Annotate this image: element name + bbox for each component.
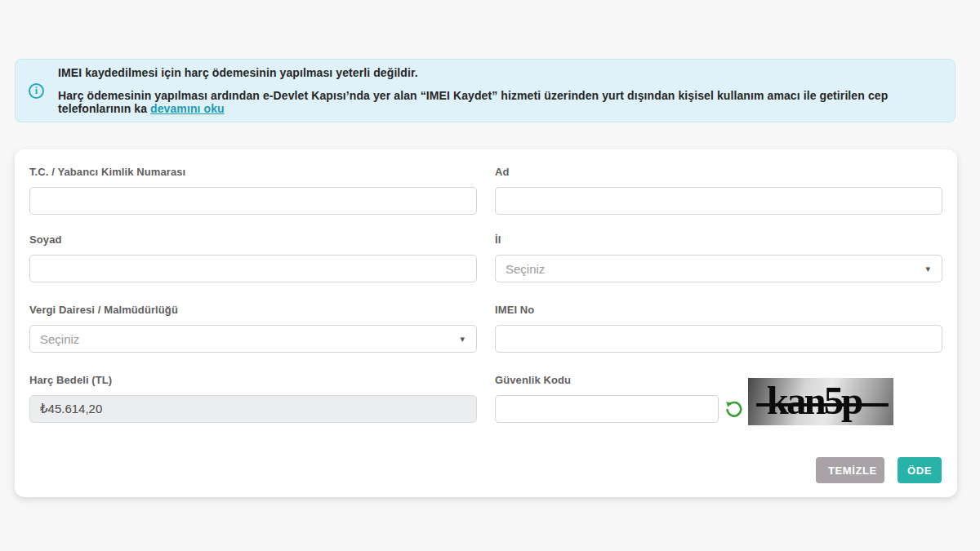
vergi-dairesi-select-placeholder: Seçiniz xyxy=(40,332,79,346)
guvenlik-kodu-label: Güvenlik Kodu xyxy=(495,374,719,386)
chevron-down-icon xyxy=(460,335,465,344)
field-harc-bedeli: Harç Bedeli (TL) xyxy=(29,374,477,423)
harc-bedeli-label: Harç Bedeli (TL) xyxy=(29,374,477,386)
field-il: İl Seçiniz xyxy=(495,233,942,282)
refresh-icon xyxy=(724,400,743,420)
info-icon xyxy=(29,83,44,99)
field-tc-kimlik: T.C. / Yabancı Kimlik Numarası xyxy=(29,166,477,215)
ad-label: Ad xyxy=(495,166,942,178)
vergi-dairesi-select[interactable]: Seçiniz xyxy=(29,325,477,353)
ad-input[interactable] xyxy=(495,187,942,215)
imei-no-label: IMEI No xyxy=(495,304,942,316)
payment-form-card: T.C. / Yabancı Kimlik Numarası Ad Soyad … xyxy=(15,149,957,497)
tc-kimlik-label: T.C. / Yabancı Kimlik Numarası xyxy=(29,166,477,178)
harc-bedeli-value xyxy=(29,395,477,423)
alert-line-1: IMEI kaydedilmesi için harç ödemesinin y… xyxy=(58,66,942,79)
field-vergi-dairesi: Vergi Dairesi / Malmüdürlüğü Seçiniz xyxy=(29,304,477,353)
ode-button[interactable]: ÖDE xyxy=(898,457,942,483)
soyad-label: Soyad xyxy=(29,233,477,246)
captcha-text: kan5p xyxy=(767,378,861,423)
field-soyad: Soyad xyxy=(29,233,477,282)
read-more-link[interactable]: devamını oku xyxy=(150,102,225,115)
field-imei-no: IMEI No xyxy=(495,304,942,353)
il-select[interactable]: Seçiniz xyxy=(495,255,942,282)
captcha-strike-line xyxy=(756,403,889,407)
vergi-dairesi-label: Vergi Dairesi / Malmüdürlüğü xyxy=(29,304,477,316)
captcha-image: kan5p xyxy=(748,378,893,425)
alert-line-2: Harç ödemesinin yapılması ardından e-Dev… xyxy=(58,89,942,115)
guvenlik-kodu-input[interactable] xyxy=(495,395,719,423)
il-label: İl xyxy=(495,233,942,246)
tc-kimlik-input[interactable] xyxy=(29,187,477,215)
field-guvenlik-kodu: Güvenlik Kodu xyxy=(495,374,719,423)
field-ad: Ad xyxy=(495,166,942,215)
alert-text-block: IMEI kaydedilmesi için harç ödemesinin y… xyxy=(58,66,942,115)
soyad-input[interactable] xyxy=(29,255,477,282)
chevron-down-icon xyxy=(925,264,930,273)
temizle-button[interactable]: TEMİZLE xyxy=(816,457,884,483)
captcha-refresh-button[interactable] xyxy=(722,398,745,421)
info-alert: IMEI kaydedilmesi için harç ödemesinin y… xyxy=(15,59,956,122)
il-select-placeholder: Seçiniz xyxy=(506,262,545,276)
imei-no-input[interactable] xyxy=(495,325,942,353)
